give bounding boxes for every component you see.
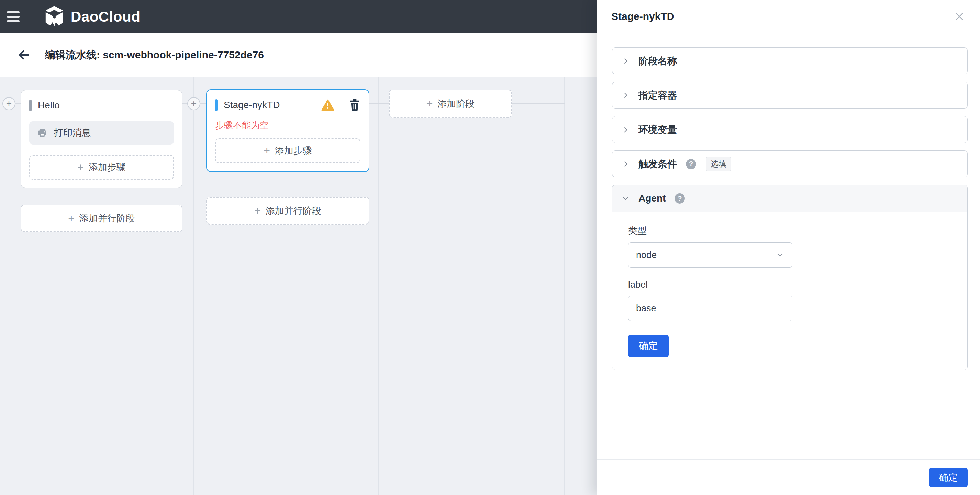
chevron-down-icon xyxy=(622,195,630,202)
stage-error-message: 步骤不能为空 xyxy=(215,119,360,132)
trash-icon xyxy=(349,99,360,111)
stage-accent-bar xyxy=(215,99,218,111)
stage-card-stage-nyktd[interactable]: Stage-nykTD 步骤不能为空 xyxy=(206,89,369,172)
step-label: 打印消息 xyxy=(54,127,91,139)
add-stage-label: 添加阶段 xyxy=(438,97,474,110)
column-divider xyxy=(193,76,194,495)
add-parallel-label: 添加并行阶段 xyxy=(266,205,321,217)
stage-name: Hello xyxy=(38,100,60,111)
page-title: 编辑流水线: scm-webhook-pipeline-7752de76 xyxy=(45,48,264,62)
agent-form: 类型 node label 确定 xyxy=(612,212,967,370)
help-icon[interactable]: ? xyxy=(686,159,696,169)
add-step-label: 添加步骤 xyxy=(89,161,126,173)
brand-name: DaoCloud xyxy=(71,9,140,25)
section-label: 指定容器 xyxy=(638,89,677,102)
chevron-right-icon xyxy=(622,160,630,168)
hamburger-menu-icon[interactable] xyxy=(7,7,26,27)
plus-icon: + xyxy=(6,99,12,108)
chevron-right-icon xyxy=(622,57,630,65)
section-trigger-condition[interactable]: 触发条件 ? 选填 xyxy=(612,150,967,178)
stage-title-row: Stage-nykTD xyxy=(215,98,360,112)
connector-line xyxy=(512,103,565,104)
chevron-down-icon xyxy=(776,251,784,260)
agent-label-input[interactable] xyxy=(628,295,792,321)
stage-card-hello[interactable]: Hello 打印消息 + 添加步骤 xyxy=(21,90,183,188)
section-container[interactable]: 指定容器 xyxy=(612,82,967,109)
section-stage-name[interactable]: 阶段名称 xyxy=(612,48,967,75)
stage-name: Stage-nykTD xyxy=(224,100,280,111)
connector-line xyxy=(369,103,389,104)
column-divider xyxy=(564,76,565,495)
chevron-right-icon xyxy=(622,126,630,133)
drawer-footer: 确定 xyxy=(597,459,980,495)
agent-label-label: label xyxy=(628,279,951,290)
pipeline-editor-app: DaoCloud 编辑流水线: scm-webhook-pipeline-775… xyxy=(0,0,980,495)
plus-icon: + xyxy=(191,99,197,108)
plus-icon: + xyxy=(426,98,433,109)
plus-icon: + xyxy=(254,205,261,216)
close-icon xyxy=(955,12,964,21)
add-step-button[interactable]: + 添加步骤 xyxy=(29,155,174,179)
warning-icon xyxy=(321,99,334,111)
back-button[interactable] xyxy=(16,47,32,63)
optional-badge: 选填 xyxy=(706,157,731,171)
plus-icon: + xyxy=(68,213,75,224)
add-stage-button[interactable]: + 添加阶段 xyxy=(389,90,512,118)
column-divider xyxy=(378,76,379,495)
agent-type-value: node xyxy=(636,250,657,260)
help-icon[interactable]: ? xyxy=(675,193,685,203)
agent-section-header[interactable]: Agent ? xyxy=(612,185,967,212)
flow-guide-line xyxy=(9,76,9,495)
add-step-button[interactable]: + 添加步骤 xyxy=(215,138,360,163)
stage-accent-bar xyxy=(29,100,32,111)
add-parallel-label: 添加并行阶段 xyxy=(80,212,135,225)
agent-type-label: 类型 xyxy=(628,225,951,237)
drawer-close-button[interactable] xyxy=(953,10,966,23)
section-env-vars[interactable]: 环境变量 xyxy=(612,116,967,143)
stage-title-row: Hello xyxy=(29,98,174,112)
add-step-label: 添加步骤 xyxy=(275,144,312,157)
plus-icon: + xyxy=(264,145,270,156)
add-parallel-stage-button[interactable]: + 添加并行阶段 xyxy=(206,197,369,225)
insert-stage-plus-button[interactable]: + xyxy=(187,97,200,110)
printer-icon xyxy=(37,127,48,138)
daocloud-logo-icon xyxy=(44,6,65,28)
agent-type-select[interactable]: node xyxy=(628,242,792,268)
drawer-confirm-button[interactable]: 确定 xyxy=(929,468,967,487)
stage-settings-drawer: Stage-nykTD 阶段名称 指定容器 xyxy=(597,0,980,495)
section-label: 环境变量 xyxy=(638,123,677,136)
insert-stage-plus-button[interactable]: + xyxy=(2,97,16,110)
step-item-print-message[interactable]: 打印消息 xyxy=(29,121,174,144)
section-label: 阶段名称 xyxy=(638,55,677,68)
section-label: Agent xyxy=(638,193,666,204)
back-arrow-icon xyxy=(17,48,30,62)
chevron-right-icon xyxy=(622,92,630,99)
add-parallel-stage-button[interactable]: + 添加并行阶段 xyxy=(21,205,183,232)
section-label: 触发条件 xyxy=(638,157,677,171)
drawer-title: Stage-nykTD xyxy=(611,11,674,22)
brand: DaoCloud xyxy=(44,6,140,28)
delete-stage-button[interactable] xyxy=(349,99,360,111)
section-agent: Agent ? 类型 node label 确定 xyxy=(612,185,967,370)
drawer-header: Stage-nykTD xyxy=(597,0,980,33)
drawer-body: 阶段名称 指定容器 环境变量 触发条件 ? xyxy=(597,33,980,370)
plus-icon: + xyxy=(77,162,84,173)
agent-confirm-button[interactable]: 确定 xyxy=(628,335,669,357)
